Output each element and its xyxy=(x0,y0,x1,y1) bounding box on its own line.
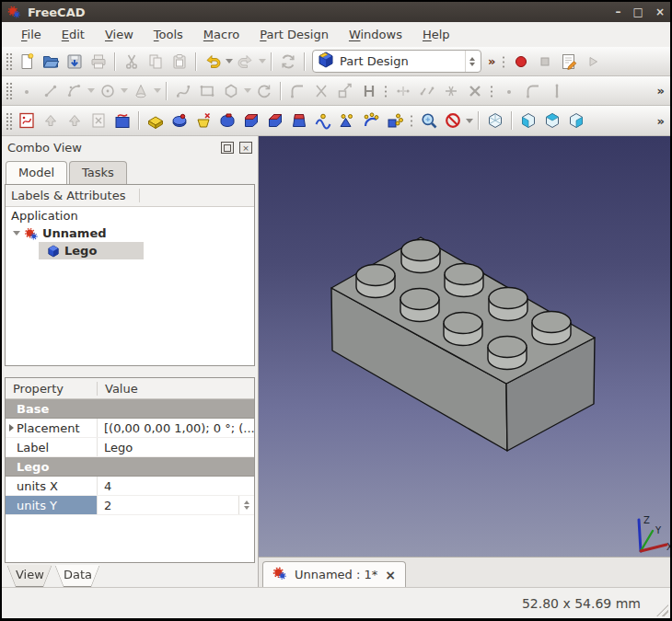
view-right-button[interactable] xyxy=(565,109,587,132)
panel-splitter[interactable] xyxy=(2,366,258,377)
draft-button[interactable] xyxy=(288,109,310,132)
property-row-units-x[interactable]: units X4 xyxy=(6,477,254,496)
create-sketch-button[interactable] xyxy=(16,109,38,132)
maximize-button[interactable]: □ xyxy=(633,3,643,21)
toolbar-overflow-button[interactable]: » xyxy=(484,54,499,68)
value-column-header: Value xyxy=(98,382,138,396)
menu-windows[interactable]: Windows xyxy=(339,24,412,45)
tab-tasks[interactable]: Tasks xyxy=(69,161,127,184)
model-tasks-tabs: ModelTasks xyxy=(2,159,258,184)
menu-tools[interactable]: Tools xyxy=(144,24,193,45)
undo-button[interactable] xyxy=(202,51,224,73)
refresh-button xyxy=(277,51,299,73)
constraint-split-button xyxy=(440,80,462,102)
sketch-conic-button xyxy=(130,80,152,102)
toolbar-separator xyxy=(478,111,480,130)
property-group-base: Base xyxy=(6,399,254,419)
map-sketch-button[interactable] xyxy=(111,109,133,132)
view-front-button[interactable] xyxy=(517,109,539,132)
edit-sketch-button xyxy=(40,109,62,132)
sketch-polygon-button xyxy=(220,80,242,102)
tree-expander-icon[interactable] xyxy=(13,231,20,236)
window-title: FreeCAD xyxy=(28,6,86,19)
workbench-selector-spinner[interactable] xyxy=(465,51,479,72)
zoom-fit-all-button[interactable] xyxy=(418,109,440,132)
menu-macro[interactable]: Macro xyxy=(193,24,249,45)
dropdown-arrow-icon[interactable] xyxy=(225,52,234,72)
tree-item-lego[interactable]: Lego xyxy=(6,242,254,259)
resize-grip[interactable] xyxy=(656,604,668,616)
tree-item-application[interactable]: Application xyxy=(6,207,254,224)
macro-record-button[interactable] xyxy=(510,51,532,73)
3d-viewport[interactable]: ZYX xyxy=(259,136,670,557)
dropdown-arrow-icon xyxy=(243,81,252,101)
close-button[interactable]: × xyxy=(655,3,665,21)
toolbar-separator xyxy=(280,82,282,100)
expand-arrow-icon[interactable] xyxy=(9,424,14,431)
groove-button[interactable] xyxy=(216,109,238,132)
toolbar-separator xyxy=(166,82,168,100)
property-row-label[interactable]: LabelLego xyxy=(6,438,254,457)
sketch-circle-button xyxy=(97,80,119,102)
linear-pattern-button[interactable] xyxy=(336,109,358,132)
open-document-button[interactable] xyxy=(40,51,62,73)
toolbar-separator xyxy=(114,52,116,71)
panel-close-button[interactable]: × xyxy=(239,142,252,154)
new-document-button[interactable] xyxy=(16,51,38,73)
tab-view[interactable]: View xyxy=(7,565,52,586)
chamfer-button[interactable] xyxy=(264,109,286,132)
minimize-button[interactable]: – xyxy=(616,3,621,21)
menu-help[interactable]: Help xyxy=(412,24,460,45)
menu-file[interactable]: File xyxy=(11,24,52,45)
pad-button[interactable] xyxy=(145,109,167,132)
fillet-button[interactable] xyxy=(240,109,262,132)
dropdown-arrow-icon[interactable] xyxy=(465,110,474,131)
combo-view-panel: Combo View × ModelTasks Labels & Attribu… xyxy=(2,136,259,587)
menu-edit[interactable]: Edit xyxy=(52,24,95,45)
sketch-arc-button xyxy=(64,80,86,102)
mirrored-button[interactable] xyxy=(312,109,334,132)
menu-view[interactable]: View xyxy=(95,24,144,45)
view-top-button[interactable] xyxy=(541,109,563,132)
pocket-button[interactable] xyxy=(192,109,214,132)
toolbar-drag-handle[interactable] xyxy=(6,112,12,130)
menu-part-design[interactable]: Part Design xyxy=(249,24,339,45)
svg-text:Y: Y xyxy=(655,525,662,535)
sketch-rectangle-button xyxy=(196,80,218,102)
toolbar-drag-handle[interactable] xyxy=(6,52,12,70)
redo-button xyxy=(235,51,257,73)
view-axonometric-button[interactable] xyxy=(484,109,506,132)
value-spinner[interactable] xyxy=(238,496,254,514)
multi-transform-button[interactable] xyxy=(384,109,406,132)
document-tab[interactable]: Unnamed : 1* × xyxy=(262,561,406,587)
svg-text:X: X xyxy=(666,542,670,552)
macro-edit-button[interactable] xyxy=(558,51,580,73)
property-value: Lego xyxy=(104,441,133,454)
save-document-button[interactable] xyxy=(64,51,86,73)
draw-style-button[interactable] xyxy=(442,109,464,132)
revolution-button[interactable] xyxy=(168,109,191,132)
sketch-bspline-button xyxy=(172,80,194,102)
dropdown-arrow-icon xyxy=(87,81,96,101)
document-tab-label: Unnamed : 1* xyxy=(295,568,377,581)
tab-data[interactable]: Data xyxy=(55,565,99,586)
panel-float-button[interactable] xyxy=(221,142,234,154)
polar-pattern-button[interactable] xyxy=(360,109,382,132)
property-row-placement[interactable]: Placement[(0,00 0,00 1,00); 0 °; (... xyxy=(6,419,254,438)
constraint-arc-button xyxy=(522,80,544,102)
tree-item-unnamed[interactable]: Unnamed xyxy=(6,224,254,242)
sketch-point-button xyxy=(16,80,38,102)
freecad-document-icon xyxy=(272,566,287,584)
document-tab-close-icon[interactable]: × xyxy=(385,569,396,581)
toolbar-overflow-button[interactable]: » xyxy=(654,114,668,128)
mdi-area: ZYX Unnamed : 1* × xyxy=(259,136,670,587)
toolbar-separator xyxy=(138,111,140,130)
toolbar-drag-handle[interactable] xyxy=(6,82,12,99)
property-row-units-y[interactable]: units Y2 xyxy=(6,496,254,515)
sketch-fillet-button xyxy=(286,80,308,102)
workbench-selector[interactable]: Part Design xyxy=(312,50,481,73)
toolbar-separator xyxy=(195,52,197,71)
toolbar-overflow-button[interactable]: » xyxy=(654,84,668,98)
tab-model[interactable]: Model xyxy=(6,161,67,184)
menu-bar: FileEditViewToolsMacroPart DesignWindows… xyxy=(2,22,670,47)
